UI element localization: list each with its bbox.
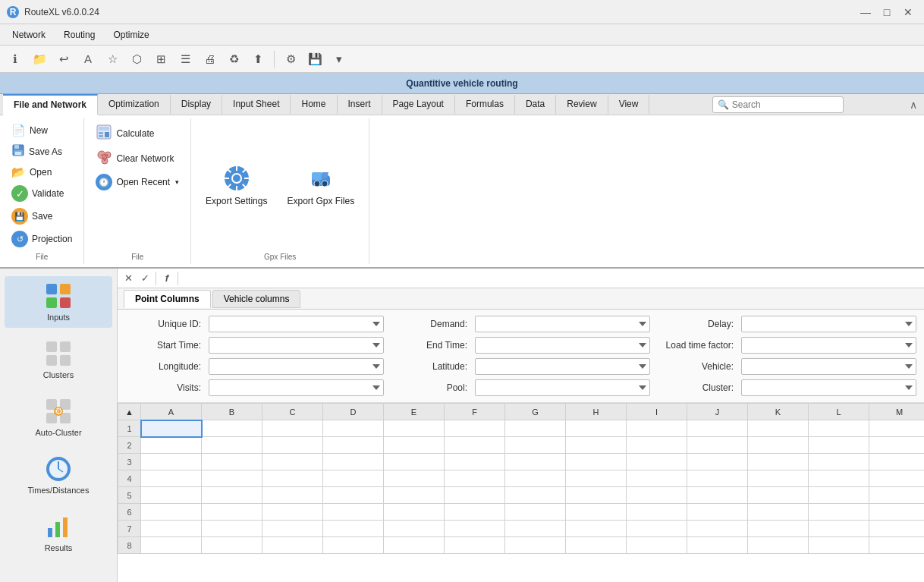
menu-routing[interactable]: Routing (55, 27, 104, 43)
col-A[interactable]: A (141, 404, 202, 420)
cell-I2[interactable] (627, 437, 687, 454)
cell-F5[interactable] (445, 487, 505, 504)
cell-C8[interactable] (262, 537, 323, 554)
projection-button[interactable]: ↺ Projection (8, 228, 76, 250)
tab-review[interactable]: Review (556, 95, 608, 115)
cell-F2[interactable] (445, 437, 505, 454)
cell-E4[interactable] (384, 470, 445, 487)
spreadsheet-scroll[interactable]: ▲ A B C D E F G H I J K L (118, 403, 924, 582)
cell-J6[interactable] (687, 504, 748, 521)
col-F[interactable]: F (445, 404, 505, 420)
cell-M8[interactable] (869, 537, 925, 554)
cell-L8[interactable] (809, 537, 869, 554)
col-J[interactable]: J (687, 404, 748, 420)
cell-C2[interactable] (262, 437, 323, 454)
toolbar-info[interactable]: ℹ (5, 49, 26, 70)
open-button[interactable]: 📂 Open (8, 163, 76, 181)
col-K[interactable]: K (748, 404, 809, 420)
cell-A6[interactable] (141, 504, 202, 521)
toolbar-grid[interactable]: ⊞ (150, 49, 171, 70)
col-C[interactable]: C (262, 404, 323, 420)
cell-K8[interactable] (748, 537, 809, 554)
toolbar-upload[interactable]: ⬆ (247, 49, 269, 70)
cell-K1[interactable] (748, 420, 809, 437)
cell-I5[interactable] (627, 487, 687, 504)
sidebar-item-clusters[interactable]: Clusters (5, 334, 112, 385)
cell-M2[interactable] (869, 437, 925, 454)
cell-G1[interactable] (505, 420, 566, 437)
open-recent-button[interactable]: 🕐 Open Recent ▾ (92, 171, 183, 193)
formula-confirm[interactable]: ✓ (137, 271, 152, 286)
cell-F7[interactable] (445, 521, 505, 537)
cell-F1[interactable] (445, 420, 505, 437)
export-settings-button[interactable]: Export Settings (199, 161, 274, 210)
tab-page-layout[interactable]: Page Layout (382, 95, 455, 115)
tab-insert[interactable]: Insert (338, 95, 382, 115)
latitude-select[interactable] (475, 358, 650, 375)
cell-D1[interactable] (323, 420, 384, 437)
cell-M6[interactable] (869, 504, 925, 521)
cell-L1[interactable] (809, 420, 869, 437)
cell-B5[interactable] (202, 487, 262, 504)
tab-view[interactable]: View (608, 95, 650, 115)
cell-C4[interactable] (262, 470, 323, 487)
cell-B2[interactable] (202, 437, 262, 454)
cell-D3[interactable] (323, 454, 384, 470)
col-L[interactable]: L (809, 404, 869, 420)
col-H[interactable]: H (566, 404, 627, 420)
cell-J8[interactable] (687, 537, 748, 554)
cell-B6[interactable] (202, 504, 262, 521)
cell-D5[interactable] (323, 487, 384, 504)
end-time-select[interactable] (475, 337, 650, 354)
cell-J2[interactable] (687, 437, 748, 454)
cell-K2[interactable] (748, 437, 809, 454)
cell-E6[interactable] (384, 504, 445, 521)
clear-network-button[interactable]: Clear Network (92, 146, 183, 170)
cell-L6[interactable] (809, 504, 869, 521)
cell-F8[interactable] (445, 537, 505, 554)
formula-function[interactable]: f (159, 271, 174, 286)
start-time-select[interactable] (209, 337, 384, 354)
toolbar-undo[interactable]: ↩ (53, 49, 74, 70)
cell-G3[interactable] (505, 454, 566, 470)
cell-B1[interactable] (202, 420, 262, 437)
unique-id-select[interactable] (209, 316, 384, 332)
cell-K3[interactable] (748, 454, 809, 470)
cell-D2[interactable] (323, 437, 384, 454)
visits-select[interactable] (209, 379, 384, 396)
cell-B8[interactable] (202, 537, 262, 554)
col-I[interactable]: I (627, 404, 687, 420)
cell-M3[interactable] (869, 454, 925, 470)
calculate-button[interactable]: Calculate (92, 121, 183, 145)
cell-D8[interactable] (323, 537, 384, 554)
cell-C6[interactable] (262, 504, 323, 521)
cell-H6[interactable] (566, 504, 627, 521)
tab-file-network[interactable]: File and Network (3, 94, 98, 115)
cell-A8[interactable] (141, 537, 202, 554)
cell-L2[interactable] (809, 437, 869, 454)
cell-C3[interactable] (262, 454, 323, 470)
col-E[interactable]: E (384, 404, 445, 420)
cell-F4[interactable] (445, 470, 505, 487)
toolbar-text[interactable]: A (77, 49, 99, 70)
cell-I7[interactable] (627, 521, 687, 537)
cell-H7[interactable] (566, 521, 627, 537)
new-button[interactable]: 📄 New (8, 121, 76, 140)
cell-L4[interactable] (809, 470, 869, 487)
tab-optimization[interactable]: Optimization (98, 95, 171, 115)
cell-E5[interactable] (384, 487, 445, 504)
cell-K6[interactable] (748, 504, 809, 521)
cell-H1[interactable] (566, 420, 627, 437)
cell-C1[interactable] (262, 420, 323, 437)
cell-F6[interactable] (445, 504, 505, 521)
cell-M7[interactable] (869, 521, 925, 537)
cell-C5[interactable] (262, 487, 323, 504)
close-button[interactable]: ✕ (898, 2, 918, 22)
formula-cancel[interactable]: ✕ (121, 271, 136, 286)
cell-K5[interactable] (748, 487, 809, 504)
cell-K7[interactable] (748, 521, 809, 537)
cell-I4[interactable] (627, 470, 687, 487)
cell-E2[interactable] (384, 437, 445, 454)
cluster-select[interactable] (741, 379, 916, 396)
toolbar-settings[interactable]: ⚙ (280, 49, 301, 70)
